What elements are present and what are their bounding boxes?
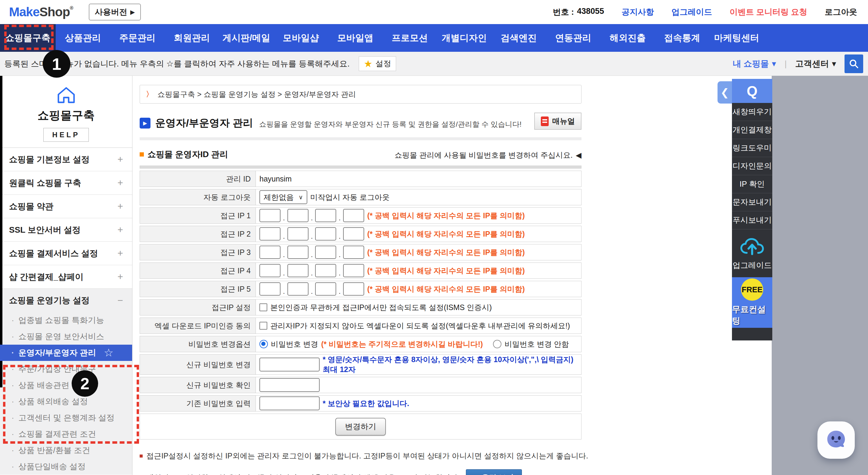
nav-item-mobile-app[interactable]: 모바일앱: [328, 24, 382, 52]
ip5-octet4-input[interactable]: [343, 283, 364, 296]
quickmenu-design-inquiry[interactable]: 디자인문의: [732, 157, 772, 175]
manual-button[interactable]: 매뉴얼: [534, 113, 582, 130]
password-change-radio[interactable]: [259, 340, 268, 348]
quickmenu-upgrade[interactable]: 업그레이드: [732, 229, 772, 277]
ip1-octet2-input[interactable]: [287, 209, 309, 222]
sidebar-subitem-security-service[interactable]: 쇼핑몰 운영 보안서비스: [0, 328, 132, 345]
ip4-octet2-input[interactable]: [287, 264, 309, 277]
content-area: 〉 쇼핑몰구축 > 쇼핑몰 운영기능 설정 > 운영자/부운영자 관리 ▶ 운영…: [132, 76, 772, 475]
sidebar-item-payment-service[interactable]: 쇼핑몰 결제서비스 설정 +: [0, 242, 132, 265]
new-password-input[interactable]: [259, 358, 320, 372]
ip5-octet2-input[interactable]: [287, 283, 309, 296]
nav-item-search-engine[interactable]: 검색엔진: [492, 24, 546, 52]
nav-item-members[interactable]: 회원관리: [165, 24, 219, 52]
ip1-octet1-input[interactable]: [259, 209, 280, 222]
ip2-octet4-input[interactable]: [343, 227, 364, 240]
ip3-octet4-input[interactable]: [343, 246, 364, 259]
section-note-text: 쇼핑몰 관리에 사용될 비밀번호를 변경하여 주십시요.: [395, 150, 573, 160]
upgrade-link[interactable]: 업그레이드: [672, 7, 712, 18]
sidebar-subitem-shipping-conditions[interactable]: 상품 배송관련 조건: [0, 377, 132, 393]
quickmenu-collapse-button[interactable]: ❮: [717, 81, 732, 103]
sidebar-item-label: 쇼핑몰 결제서비스 설정: [9, 248, 98, 259]
password-nochange-radio[interactable]: [493, 340, 501, 348]
ip2-octet2-input[interactable]: [287, 227, 309, 240]
sidebar-subitem-order-form-text[interactable]: 주문/가입창 안내문구: [0, 361, 132, 377]
sidebar-item-oneclick-build[interactable]: 원클릭 쇼핑몰 구축 +: [0, 171, 132, 195]
ip-setting-checkbox[interactable]: [259, 303, 267, 311]
chat-floating-button[interactable]: [817, 421, 855, 459]
ip1-octet3-input[interactable]: [315, 209, 336, 222]
nav-item-mobile-shop[interactable]: 모바일샵: [274, 24, 328, 52]
ip2-octet1-input[interactable]: [259, 227, 280, 240]
sidebar-item-operation-settings[interactable]: 쇼핑몰 운영기능 설정 −: [0, 289, 132, 312]
quickmenu-link-helper[interactable]: 링크도우미: [732, 139, 772, 157]
nav-item-board-mail[interactable]: 게시판/메일: [219, 24, 274, 52]
ip4-octet4-input[interactable]: [343, 264, 364, 277]
manual-button-label: 매뉴얼: [552, 116, 575, 126]
sidebar-subitem-overseas-shipping[interactable]: 상품 해외배송 설정: [0, 393, 132, 410]
help-view-button[interactable]: 도움말 보기: [466, 469, 522, 475]
sidebar-subitem-return-refund[interactable]: 상품 반품/환불 조건: [0, 442, 132, 458]
customer-center-dropdown[interactable]: 고객센터 ▾: [795, 58, 836, 69]
nav-item-marketing-center[interactable]: 마케팅센터: [709, 24, 764, 52]
quickmenu-send-push[interactable]: 푸시보내기: [732, 211, 772, 229]
account-number-label: 번호 :: [553, 7, 574, 18]
page-title: 운영자/부운영자 관리: [155, 116, 253, 130]
home-icon: [56, 86, 76, 104]
nav-item-products[interactable]: 상품관리: [56, 24, 110, 52]
ip3-octet1-input[interactable]: [259, 246, 280, 259]
ip4-octet1-input[interactable]: [259, 264, 280, 277]
excel-consent-checkbox[interactable]: [259, 322, 267, 330]
sidebar-item-terms[interactable]: 쇼핑몰 약관 +: [0, 195, 132, 218]
ip2-octet3-input[interactable]: [315, 227, 336, 240]
change-submit-button[interactable]: 변경하기: [335, 418, 386, 436]
ip3-octet3-input[interactable]: [315, 246, 336, 259]
ip1-octet4-input[interactable]: [343, 209, 364, 222]
ip5-octet3-input[interactable]: [315, 283, 336, 296]
ip3-octet2-input[interactable]: [287, 246, 309, 259]
nav-item-custom-design[interactable]: 개별디자인: [437, 24, 492, 52]
search-button[interactable]: [844, 55, 863, 73]
makeshop-logo[interactable]: MakeShop®: [9, 5, 73, 19]
star-outline-icon[interactable]: ☆: [104, 347, 114, 359]
nav-tab-shop-build[interactable]: 쇼핑몰구축: [0, 24, 56, 52]
version-button[interactable]: 사용버전 ▶: [89, 4, 141, 21]
logout-link[interactable]: 로그아웃: [825, 7, 857, 18]
sidebar-title: 쇼핑몰구축: [0, 108, 132, 123]
nav-item-orders[interactable]: 주문관리: [110, 24, 165, 52]
sidebar-item-ssl[interactable]: SSL 보안서버 설정 +: [0, 218, 132, 242]
nav-item-statistics[interactable]: 접속통계: [655, 24, 709, 52]
free-consulting-banner[interactable]: FREE 무료컨설팅: [732, 277, 772, 328]
autologout-select[interactable]: 제한없음 ∨: [259, 190, 307, 204]
quickmenu-personal-payment[interactable]: 개인결제창: [732, 121, 772, 139]
sidebar-subitem-single-shipping[interactable]: 상품단일배송 설정: [0, 458, 132, 475]
nav-item-global[interactable]: 해외진출: [600, 24, 655, 52]
sidebar-item-shoppay[interactable]: 샵 간편결제_샵페이 +: [0, 265, 132, 289]
quickmenu-ip-check[interactable]: IP 확인: [732, 175, 772, 193]
sidebar-subitem-industry-features[interactable]: 업종별 쇼핑몰 특화기능: [0, 312, 132, 328]
divider: |: [785, 59, 787, 69]
quickmenu-send-sms[interactable]: 문자보내기: [732, 193, 772, 211]
quickmenu-logo[interactable]: Q: [732, 79, 772, 103]
quickmenu-new-window[interactable]: 새창띄우기: [732, 103, 772, 121]
note-ip-restriction: 접근IP설정시 설정하신 IP외에는 관리자 로그인이 불가능합니다. 고정IP…: [140, 451, 591, 461]
sidebar-item-basic-info[interactable]: 쇼핑몰 기본정보 설정 +: [0, 148, 132, 171]
help-button[interactable]: HELP: [43, 128, 89, 142]
plus-icon: +: [117, 271, 123, 283]
notice-link[interactable]: 공지사항: [621, 7, 654, 18]
event-monitoring-link[interactable]: 이벤트 모니터링 요청: [730, 7, 807, 18]
nav-item-promotion[interactable]: 프로모션: [382, 24, 437, 52]
my-mall-dropdown[interactable]: 내 쇼핑몰 ▾: [733, 58, 776, 69]
sidebar-subitem-operator-management[interactable]: 운영자/부운영자 관리 ☆: [0, 345, 132, 361]
sidebar-item-label: 원클릭 쇼핑몰 구축: [9, 177, 81, 189]
table-row-ip1: 접근 IP 1 ... (* 공백 입력시 해당 자리수의 모든 IP를 의미함…: [140, 207, 582, 224]
ip5-label: 접근 IP 5: [140, 281, 256, 297]
ip5-octet1-input[interactable]: [259, 283, 280, 296]
sidebar-subitem-payment-conditions[interactable]: 쇼핑몰 결제관련 조건: [0, 426, 132, 442]
smart-menu-settings-button[interactable]: ★ 설정: [359, 56, 396, 71]
nav-item-integration[interactable]: 연동관리: [546, 24, 600, 52]
sidebar-subitem-customer-center-bank[interactable]: 고객센터 및 은행계좌 설정: [0, 410, 132, 426]
confirm-password-input[interactable]: [259, 378, 320, 392]
current-password-input[interactable]: [259, 396, 320, 410]
ip4-octet3-input[interactable]: [315, 264, 336, 277]
